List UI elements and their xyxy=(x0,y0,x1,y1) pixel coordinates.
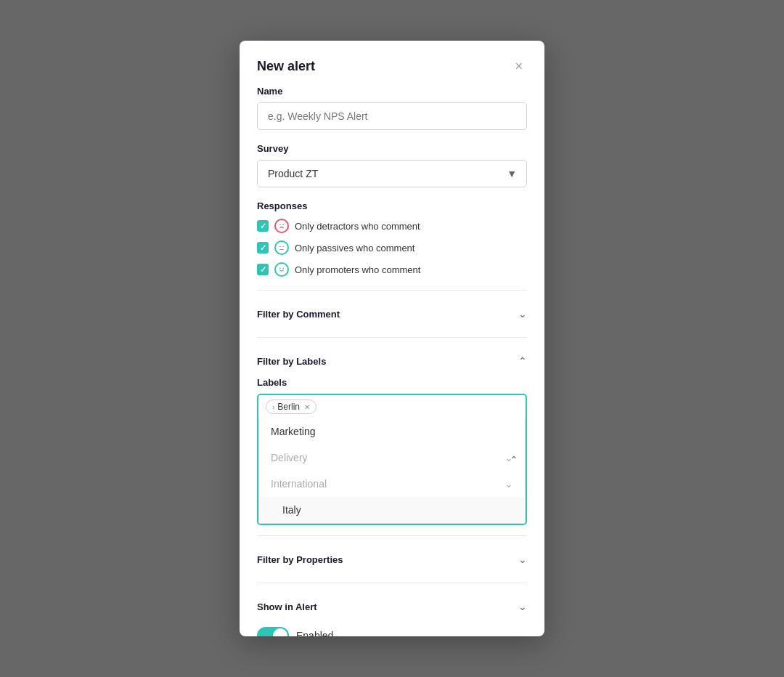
survey-select-wrapper: Product ZT ▼ xyxy=(257,160,527,187)
filter-by-properties-header[interactable]: Filter by Properties ⌄ xyxy=(257,546,527,572)
show-in-alert-section: Show in Alert ⌄ Enabled xyxy=(257,593,527,636)
toggle-label: Enabled xyxy=(296,630,333,636)
labels-dropdown-container: › Berlin ✕ ⌃ Marketing xyxy=(257,394,527,525)
international-group-item[interactable]: International ⌄ xyxy=(259,471,525,497)
name-label: Name xyxy=(257,86,527,97)
filter-by-properties-chevron-icon: ⌄ xyxy=(518,554,527,565)
svg-point-3 xyxy=(282,246,284,247)
svg-point-2 xyxy=(279,246,281,247)
svg-point-0 xyxy=(279,224,281,225)
modal-overlay: New alert × Name Survey Product ZT ▼ xyxy=(0,0,784,677)
survey-select[interactable]: Product ZT xyxy=(257,160,527,187)
berlin-tag: › Berlin ✕ xyxy=(266,400,317,414)
promoter-face-icon xyxy=(274,262,289,277)
show-in-alert-chevron-icon: ⌄ xyxy=(518,601,527,612)
filter-by-labels-chevron-icon: ⌃ xyxy=(518,355,527,367)
labels-section: Labels › Berlin ✕ ⌃ xyxy=(257,377,527,525)
survey-label: Survey xyxy=(257,143,527,154)
delivery-label: Delivery xyxy=(271,452,308,463)
labels-dropdown-list: Marketing Delivery ⌄ International ⌄ xyxy=(258,418,526,524)
response-item-passives: Only passives who comment xyxy=(257,240,527,255)
survey-field-group: Survey Product ZT ▼ xyxy=(257,143,527,187)
passives-checkbox[interactable] xyxy=(257,242,269,254)
italy-sub-item[interactable]: Italy xyxy=(259,497,525,523)
toggle-knob xyxy=(273,628,287,636)
svg-point-5 xyxy=(279,267,281,269)
detractors-text: Only detractors who comment xyxy=(295,221,420,232)
name-input[interactable] xyxy=(257,102,527,130)
passive-face-icon xyxy=(274,240,289,255)
svg-point-1 xyxy=(282,224,284,225)
labels-chevron-up-icon[interactable]: ⌃ xyxy=(510,454,518,466)
response-item-detractors: Only detractors who comment xyxy=(257,219,527,233)
divider-2 xyxy=(257,337,527,338)
responses-label: Responses xyxy=(257,200,527,211)
italy-label: Italy xyxy=(282,504,301,516)
filter-by-labels-section: Filter by Labels ⌃ Labels › Berlin ✕ xyxy=(257,348,527,525)
filter-by-comment-header[interactable]: Filter by Comment ⌄ xyxy=(257,301,527,327)
close-button[interactable]: × xyxy=(510,58,527,74)
divider-4 xyxy=(257,583,527,583)
show-in-alert-header[interactable]: Show in Alert ⌄ xyxy=(257,593,527,620)
filter-by-labels-header[interactable]: Filter by Labels ⌃ xyxy=(257,348,527,374)
labels-label: Labels xyxy=(257,377,527,388)
promoters-text: Only promoters who comment xyxy=(295,264,420,275)
labels-input-wrapper[interactable]: › Berlin ✕ ⌃ Marketing xyxy=(257,394,527,525)
enabled-toggle[interactable] xyxy=(257,627,289,636)
promoters-checkbox[interactable] xyxy=(257,264,269,275)
international-label: International xyxy=(271,478,327,490)
modal-header: New alert × xyxy=(240,41,544,86)
divider-3 xyxy=(257,535,527,536)
response-item-promoters: Only promoters who comment xyxy=(257,262,527,277)
filter-by-properties-label: Filter by Properties xyxy=(257,554,343,565)
show-in-alert-label: Show in Alert xyxy=(257,601,317,612)
marketing-item[interactable]: Marketing xyxy=(259,418,525,445)
filter-by-labels-label: Filter by Labels xyxy=(257,356,326,367)
modal-dialog: New alert × Name Survey Product ZT ▼ xyxy=(240,41,544,636)
filter-by-comment-chevron-icon: ⌄ xyxy=(518,308,527,320)
tag-arrow-icon: › xyxy=(272,403,274,411)
delivery-group-item[interactable]: Delivery ⌄ xyxy=(259,445,525,471)
modal-body: Name Survey Product ZT ▼ Responses xyxy=(240,86,544,636)
svg-point-6 xyxy=(282,267,284,269)
passives-text: Only passives who comment xyxy=(295,243,415,254)
name-field-group: Name xyxy=(257,86,527,130)
labels-tags-row: › Berlin ✕ ⌃ xyxy=(258,395,526,418)
marketing-label: Marketing xyxy=(271,426,315,437)
modal-title: New alert xyxy=(257,59,315,74)
detractors-checkbox[interactable] xyxy=(257,220,269,232)
detractor-face-icon xyxy=(274,219,289,233)
international-chevron-icon: ⌄ xyxy=(505,478,513,490)
berlin-tag-close-icon[interactable]: ✕ xyxy=(304,403,310,411)
filter-by-comment-label: Filter by Comment xyxy=(257,309,340,320)
berlin-tag-label: Berlin xyxy=(277,402,300,412)
responses-group: Responses Only detractors who comment xyxy=(257,200,527,277)
toggle-row: Enabled xyxy=(257,627,527,636)
divider-1 xyxy=(257,290,527,291)
